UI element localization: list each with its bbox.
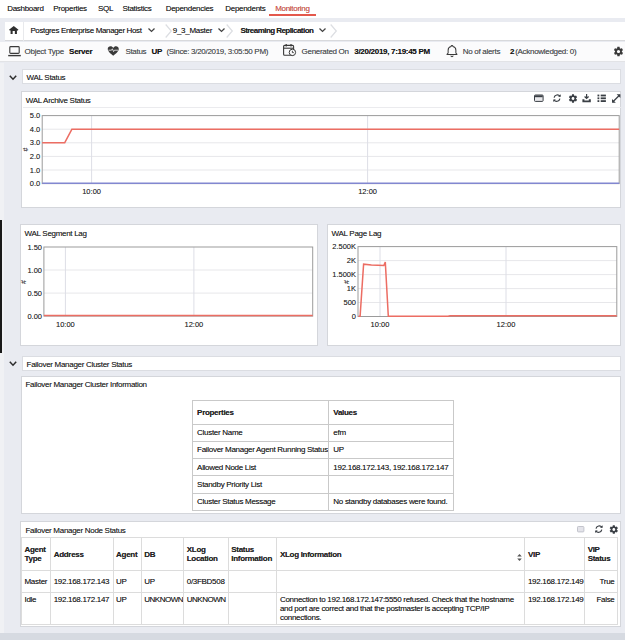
svg-text:0: 0 [351, 312, 355, 321]
svg-text:2K: 2K [346, 256, 355, 265]
svg-text:#: # [20, 280, 27, 284]
svg-text:#: # [343, 280, 350, 284]
svg-text:0.00: 0.00 [27, 312, 42, 321]
svg-text:2.500K: 2.500K [332, 242, 356, 251]
svg-text:0.0: 0.0 [30, 179, 40, 188]
svg-text:12:00: 12:00 [184, 320, 203, 329]
svg-text:3.0: 3.0 [30, 138, 40, 147]
svg-text:10:00: 10:00 [370, 320, 389, 329]
svg-text:12:00: 12:00 [358, 187, 377, 196]
svg-text:1.500K: 1.500K [332, 270, 356, 279]
svg-text:2.0: 2.0 [30, 152, 40, 161]
svg-text:1.50: 1.50 [27, 243, 42, 252]
svg-text:0.50: 0.50 [27, 289, 42, 298]
svg-text:1.00: 1.00 [27, 266, 42, 275]
svg-text:10:00: 10:00 [56, 320, 75, 329]
svg-text:5.0: 5.0 [30, 111, 40, 120]
svg-text:1.0: 1.0 [30, 166, 40, 175]
svg-text:500: 500 [343, 298, 356, 307]
svg-text:1K: 1K [346, 284, 355, 293]
svg-text:12:00: 12:00 [496, 320, 515, 329]
svg-text:#: # [22, 147, 29, 151]
svg-text:10:00: 10:00 [82, 187, 101, 196]
svg-text:4.0: 4.0 [30, 125, 40, 134]
